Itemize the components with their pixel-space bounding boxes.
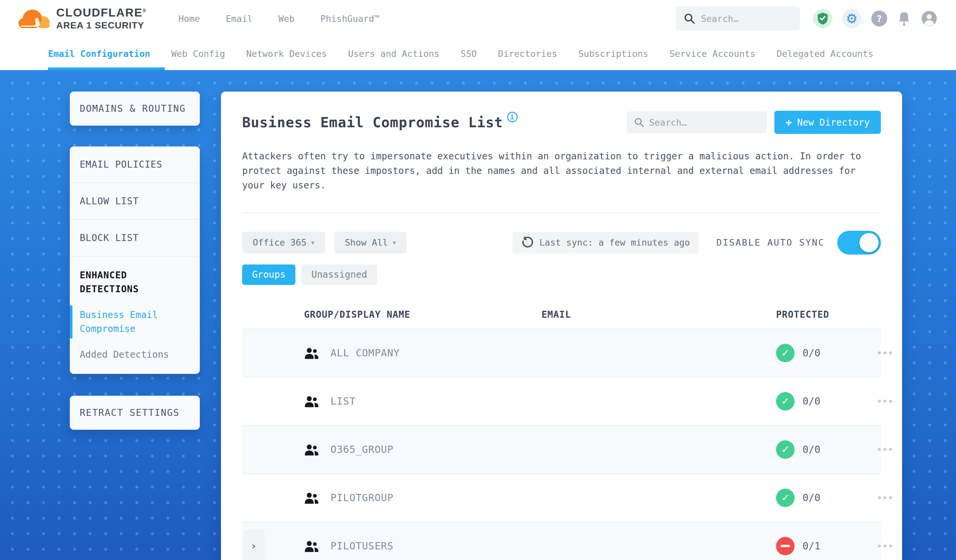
sidebar-item-enhanced-detections[interactable]: ENHANCED DETECTIONS — [80, 268, 190, 296]
table-row: ALL COMPANY ✓ 0/0 — [242, 329, 881, 377]
protected-count: 0/0 — [802, 444, 820, 455]
top-nav-phishguard[interactable]: PhishGuard™ — [321, 14, 380, 24]
search-icon — [684, 13, 695, 24]
security-status-button[interactable] — [813, 9, 832, 28]
new-directory-button[interactable]: + New Directory — [774, 111, 881, 134]
row-actions-menu[interactable] — [878, 351, 898, 355]
column-header-name: GROUP/DISPLAY NAME — [276, 309, 541, 320]
tab-service-accounts[interactable]: Service Accounts — [670, 37, 756, 70]
row-actions-menu[interactable] — [878, 544, 898, 547]
brand-tagline: AREA 1 SECURITY — [56, 20, 146, 31]
protected-status-icon: ✓ — [776, 392, 794, 411]
group-icon — [304, 443, 319, 456]
sidebar-enhanced-detections-section: ENHANCED DETECTIONS Business Email Compr… — [70, 257, 200, 374]
protected-count: 0/0 — [802, 492, 820, 504]
tab-network-devices[interactable]: Network Devices — [246, 37, 327, 70]
toggle-knob — [859, 233, 879, 252]
protected-status-icon: ✓ — [776, 489, 794, 507]
bell-icon — [897, 11, 911, 26]
account-button[interactable] — [921, 10, 937, 27]
chevron-right-icon: › — [252, 540, 256, 552]
group-name[interactable]: PILOTUSERS — [330, 540, 394, 552]
divider — [242, 212, 881, 213]
groups-table: GROUP/DISPLAY NAME EMAIL PROTECTED ALL C… — [242, 301, 881, 560]
tab-email-configuration[interactable]: Email Configuration — [48, 37, 150, 70]
table-row: LIST ✓ 0/0 — [242, 377, 881, 425]
protected-count: 0/1 — [802, 540, 820, 552]
sidebar-policies-card: EMAIL POLICIES ALLOW LIST BLOCK LIST ENH… — [70, 146, 200, 374]
group-icon — [304, 347, 319, 360]
list-search-placeholder: Search… — [649, 118, 687, 128]
column-header-email: EMAIL — [541, 309, 776, 320]
expand-row-button[interactable]: › — [243, 529, 265, 560]
caret-down-icon: ▾ — [393, 239, 396, 246]
sidebar-item-email-policies[interactable]: EMAIL POLICIES — [70, 146, 200, 183]
directory-filter-dropdown[interactable]: Office 365 ▾ — [242, 232, 325, 254]
table-row: PILOTGROUP ✓ 0/0 — [242, 474, 881, 522]
unprotected-status-icon — [776, 537, 794, 555]
sidebar-item-domains-routing[interactable]: DOMAINS & ROUTING — [70, 92, 200, 125]
top-nav: Home Email Web PhishGuard™ — [178, 14, 379, 24]
group-name[interactable]: LIST — [330, 395, 355, 407]
group-icon — [304, 491, 319, 505]
app-header: CLOUDFLARE® AREA 1 SECURITY Home Email W… — [0, 0, 956, 37]
cloudflare-logo[interactable]: CLOUDFLARE® AREA 1 SECURITY — [19, 6, 146, 30]
shield-check-icon — [817, 12, 828, 25]
group-name[interactable]: O365_GROUP — [330, 444, 394, 455]
tab-unassigned[interactable]: Unassigned — [301, 265, 377, 285]
tab-groups[interactable]: Groups — [242, 265, 296, 285]
list-search-input[interactable]: Search… — [627, 111, 767, 133]
show-filter-dropdown[interactable]: Show All ▾ — [335, 232, 407, 254]
table-row: › PILOTUSERS 0/1 — [242, 522, 881, 560]
last-sync-status[interactable]: Last sync: a few minutes ago — [513, 232, 699, 254]
tab-directories[interactable]: Directories — [498, 37, 557, 70]
top-nav-web[interactable]: Web — [278, 14, 295, 24]
global-search-placeholder: Search… — [701, 14, 739, 24]
top-nav-email[interactable]: Email — [226, 14, 252, 24]
check-icon: ✓ — [781, 492, 789, 504]
tab-users-and-actions[interactable]: Users and Actions — [348, 37, 439, 70]
sidebar-item-retract-settings[interactable]: RETRACT SETTINGS — [70, 396, 200, 430]
section-nav: Email Configuration Web Config Network D… — [0, 37, 956, 70]
tab-web-config[interactable]: Web Config — [171, 37, 225, 70]
page-title: Business Email Compromise Listi — [242, 115, 518, 130]
table-row: O365_GROUP ✓ 0/0 — [242, 425, 881, 474]
tab-sso[interactable]: SSO — [461, 37, 477, 70]
check-icon: ✓ — [781, 347, 789, 359]
row-actions-menu[interactable] — [878, 448, 898, 451]
group-name[interactable]: PILOTGROUP — [330, 492, 394, 504]
notifications-button[interactable] — [897, 11, 911, 26]
tab-subscriptions[interactable]: Subscriptions — [578, 37, 648, 70]
refresh-icon — [521, 236, 533, 249]
sidebar-item-block-list[interactable]: BLOCK LIST — [70, 220, 200, 257]
help-button[interactable]: ? — [871, 11, 887, 27]
settings-button[interactable]: ⚙ — [842, 9, 862, 28]
info-icon[interactable]: i — [507, 112, 518, 122]
question-icon: ? — [877, 14, 882, 24]
user-icon — [921, 10, 937, 27]
top-nav-home[interactable]: Home — [178, 14, 200, 24]
sidebar-item-business-email-compromise[interactable]: Business Email Compromise — [80, 308, 190, 336]
row-actions-menu[interactable] — [878, 496, 898, 499]
table-header-row: GROUP/DISPLAY NAME EMAIL PROTECTED — [242, 301, 881, 329]
active-indicator-bar — [70, 306, 72, 339]
sidebar-item-allow-list[interactable]: ALLOW LIST — [70, 183, 200, 220]
check-icon: ✓ — [781, 444, 789, 455]
cloudflare-cloud-icon — [19, 8, 52, 30]
group-name[interactable]: ALL COMPANY — [330, 347, 400, 359]
global-search-input[interactable]: Search… — [676, 6, 800, 31]
workspace-background: DOMAINS & ROUTING EMAIL POLICIES ALLOW L… — [0, 70, 956, 560]
tab-delegated-accounts[interactable]: Delegated Accounts — [777, 37, 874, 70]
check-icon: ✓ — [781, 395, 789, 407]
protected-status-icon: ✓ — [776, 440, 794, 459]
caret-down-icon: ▾ — [311, 239, 314, 246]
auto-sync-toggle[interactable] — [837, 231, 881, 254]
page-description: Attackers often try to impersonate execu… — [242, 149, 881, 193]
group-icon — [304, 540, 319, 553]
row-actions-menu[interactable] — [878, 400, 898, 403]
brand-name: CLOUDFLARE® — [56, 6, 146, 19]
view-tabs: Groups Unassigned — [242, 265, 881, 285]
column-header-protected: PROTECTED — [776, 309, 878, 320]
sidebar-item-added-detections[interactable]: Added Detections — [80, 349, 190, 360]
protected-count: 0/0 — [802, 347, 820, 359]
